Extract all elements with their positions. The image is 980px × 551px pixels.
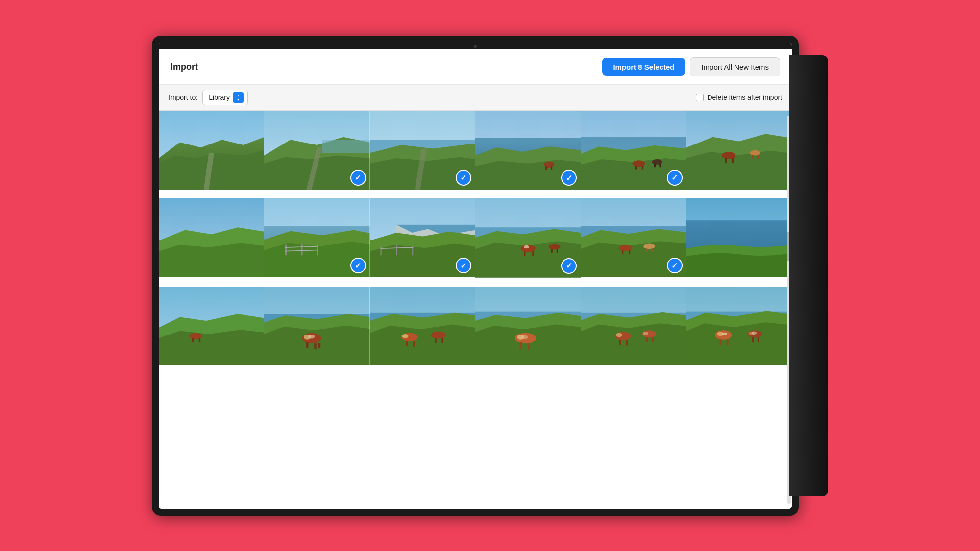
svg-point-125 <box>616 333 622 337</box>
laptop-right-edge <box>789 55 828 496</box>
svg-rect-145 <box>758 337 759 342</box>
photo-cell[interactable] <box>370 111 475 190</box>
photo-cell[interactable] <box>264 198 369 277</box>
svg-rect-19 <box>545 166 547 170</box>
svg-point-138 <box>722 332 727 335</box>
svg-rect-20 <box>551 166 552 170</box>
svg-point-119 <box>521 335 528 339</box>
svg-rect-127 <box>626 340 628 345</box>
toolbar: Import to: Library Delete items after im… <box>159 85 792 111</box>
svg-rect-81 <box>652 248 653 252</box>
svg-rect-29 <box>654 163 656 167</box>
svg-rect-38 <box>752 155 753 159</box>
header-buttons: Import 8 Selected Import All New Items <box>602 57 780 76</box>
photo-cell[interactable] <box>686 287 792 365</box>
photo-cell[interactable] <box>159 287 264 365</box>
svg-rect-109 <box>435 338 436 343</box>
svg-rect-88 <box>192 338 194 342</box>
svg-rect-48 <box>301 244 303 256</box>
svg-rect-118 <box>528 343 530 350</box>
svg-point-99 <box>309 334 315 338</box>
svg-rect-8 <box>322 140 370 153</box>
check-badge[interactable] <box>456 170 471 186</box>
svg-rect-96 <box>306 342 308 348</box>
photo-cell[interactable] <box>475 111 581 190</box>
import-to-label: Import to: <box>169 94 197 101</box>
import-selected-button[interactable]: Import 8 Selected <box>602 58 685 76</box>
svg-rect-89 <box>199 338 200 342</box>
check-badge[interactable] <box>561 258 577 274</box>
svg-rect-30 <box>660 163 661 167</box>
svg-marker-93 <box>264 325 369 365</box>
svg-marker-123 <box>581 323 686 365</box>
svg-marker-42 <box>159 243 264 278</box>
svg-rect-47 <box>285 245 287 256</box>
photo-cell[interactable] <box>370 198 475 277</box>
camera-bar <box>159 43 792 49</box>
svg-point-68 <box>524 245 529 248</box>
photo-grid <box>159 111 792 366</box>
svg-marker-135 <box>686 322 792 365</box>
svg-rect-57 <box>380 246 381 255</box>
import-to-value: Library <box>209 94 230 101</box>
svg-point-129 <box>643 332 648 335</box>
svg-rect-36 <box>732 158 733 163</box>
photo-cell[interactable] <box>686 111 792 190</box>
svg-rect-107 <box>413 341 415 346</box>
svg-rect-70 <box>551 249 553 253</box>
photo-cell[interactable] <box>475 287 581 366</box>
check-badge[interactable] <box>667 258 683 273</box>
svg-rect-139 <box>719 339 721 345</box>
check-badge[interactable] <box>667 170 683 186</box>
photo-cell[interactable] <box>686 198 792 277</box>
import-to-section: Import to: Library <box>169 90 248 105</box>
import-to-select[interactable]: Library <box>202 90 248 105</box>
svg-point-37 <box>750 150 760 155</box>
svg-point-105 <box>402 334 408 338</box>
svg-rect-98 <box>318 343 320 348</box>
svg-rect-66 <box>524 251 525 256</box>
svg-rect-67 <box>532 251 534 256</box>
svg-rect-131 <box>652 337 654 342</box>
laptop-screen: Import Import 8 Selected Import All New … <box>159 43 792 509</box>
camera-dot <box>474 45 477 48</box>
photo-cell[interactable] <box>581 111 686 190</box>
photo-cell[interactable] <box>581 198 686 277</box>
page-title: Import <box>171 62 198 72</box>
svg-marker-86 <box>159 330 264 365</box>
photo-cell[interactable] <box>264 111 369 190</box>
svg-rect-110 <box>441 338 443 343</box>
photo-cell[interactable] <box>370 287 475 365</box>
laptop-wrapper: Import Import 8 Selected Import All New … <box>152 36 828 516</box>
svg-rect-26 <box>635 165 637 169</box>
svg-rect-106 <box>406 340 408 346</box>
laptop-screen-outer: Import Import 8 Selected Import All New … <box>152 36 799 516</box>
import-all-button[interactable]: Import All New Items <box>690 57 780 76</box>
photo-cell[interactable] <box>475 198 581 278</box>
check-badge[interactable] <box>350 258 366 273</box>
row-gap <box>159 278 792 287</box>
svg-rect-80 <box>646 248 648 252</box>
svg-point-108 <box>431 331 446 338</box>
svg-rect-117 <box>519 342 521 349</box>
delete-option: Delete items after import <box>696 94 783 101</box>
photo-cell[interactable] <box>581 287 686 365</box>
svg-rect-35 <box>725 158 726 163</box>
svg-marker-33 <box>686 150 792 190</box>
svg-marker-103 <box>370 324 475 365</box>
delete-label: Delete items after import <box>708 94 783 101</box>
svg-rect-97 <box>315 343 317 349</box>
photo-cell[interactable] <box>264 287 369 365</box>
svg-point-69 <box>549 244 561 250</box>
svg-rect-140 <box>726 339 728 345</box>
select-arrows-icon <box>233 92 244 103</box>
svg-point-143 <box>751 331 757 334</box>
photo-cell[interactable] <box>159 111 264 190</box>
svg-point-34 <box>722 151 735 159</box>
check-badge[interactable] <box>350 170 366 186</box>
svg-rect-71 <box>557 249 558 253</box>
svg-rect-39 <box>757 155 759 159</box>
photo-cell[interactable] <box>159 198 264 277</box>
photo-grid-container <box>159 111 792 509</box>
delete-checkbox[interactable] <box>696 94 704 101</box>
